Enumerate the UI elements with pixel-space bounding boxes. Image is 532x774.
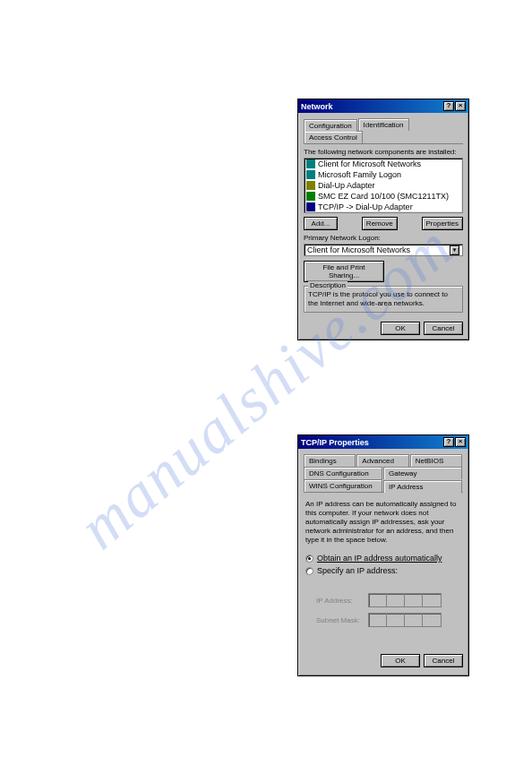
primary-logon-label: Primary Network Logon:: [304, 234, 463, 242]
svg-rect-2: [306, 181, 315, 190]
list-item[interactable]: SMC EZ Card 10/100 (SMC1211TX): [305, 191, 462, 202]
list-item[interactable]: Microsoft Family Logon: [305, 169, 462, 180]
help-text: An IP address can be automatically assig…: [305, 500, 461, 545]
description-text: TCP/IP is the protocol you use to connec…: [308, 290, 459, 308]
tab-configuration[interactable]: Configuration: [304, 119, 357, 132]
protocol-icon: [306, 202, 315, 211]
close-icon[interactable]: ×: [455, 101, 466, 111]
add-button[interactable]: Add...: [304, 217, 338, 230]
remove-button[interactable]: Remove: [362, 217, 398, 230]
tab-identification[interactable]: Identification: [358, 118, 409, 131]
list-item[interactable]: TCP/IP -> SMC EZ Card 10/100 (SMC1211TX): [305, 212, 462, 213]
tab-bindings[interactable]: Bindings: [304, 454, 356, 467]
adapter-icon: [306, 192, 315, 201]
ip-address-input: [368, 593, 442, 607]
svg-rect-4: [306, 202, 315, 211]
tab-strip: Bindings Advanced NetBIOS DNS Configurat…: [304, 454, 463, 496]
tab-strip: Configuration Identification Access Cont…: [304, 118, 463, 144]
help-icon[interactable]: ?: [443, 437, 454, 447]
cancel-button[interactable]: Cancel: [424, 322, 463, 335]
list-item[interactable]: Dial-Up Adapter: [305, 180, 462, 191]
tab-dns[interactable]: DNS Configuration: [304, 467, 382, 479]
titlebar: TCP/IP Properties ? ×: [298, 435, 468, 449]
network-dialog: Network ? × Configuration Identification…: [297, 99, 469, 340]
tcpip-properties-dialog: TCP/IP Properties ? × Bindings Advanced …: [297, 434, 469, 676]
close-icon[interactable]: ×: [455, 437, 466, 447]
radio-specify[interactable]: Specify an IP address:: [305, 566, 461, 575]
dialog-title: Network: [301, 102, 333, 111]
dialog-title: TCP/IP Properties: [301, 438, 369, 447]
primary-logon-dropdown[interactable]: Client for Microsoft Networks ▼: [304, 244, 463, 256]
tab-access-control[interactable]: Access Control: [304, 131, 363, 143]
ip-fields-group: IP Address: Subnet Mask:: [311, 580, 456, 640]
ok-button[interactable]: OK: [381, 654, 420, 667]
components-listbox[interactable]: Client for Microsoft Networks Microsoft …: [304, 158, 463, 213]
ok-button[interactable]: OK: [381, 322, 420, 335]
tab-ip-address[interactable]: IP Address: [383, 480, 462, 493]
adapter-icon: [306, 181, 315, 190]
radio-icon: [305, 567, 313, 575]
list-item[interactable]: TCP/IP -> Dial-Up Adapter: [305, 202, 462, 212]
components-label: The following network components are ins…: [304, 148, 463, 156]
svg-rect-3: [306, 192, 315, 201]
client-icon: [306, 159, 315, 168]
tab-wins[interactable]: WINS Configuration: [304, 479, 382, 492]
radio-icon: [305, 555, 313, 563]
chevron-down-icon: ▼: [450, 245, 459, 255]
ip-address-label: IP Address:: [316, 597, 361, 605]
list-item[interactable]: Client for Microsoft Networks: [305, 159, 462, 169]
svg-rect-1: [306, 170, 315, 179]
description-group: Description TCP/IP is the protocol you u…: [304, 286, 463, 313]
titlebar: Network ? ×: [298, 99, 468, 113]
subnet-mask-input: [368, 613, 442, 627]
subnet-mask-label: Subnet Mask:: [316, 616, 361, 624]
file-print-sharing-button[interactable]: File and Print Sharing...: [304, 261, 384, 282]
help-icon[interactable]: ?: [443, 101, 454, 111]
tab-netbios[interactable]: NetBIOS: [410, 454, 462, 467]
group-title: Description: [308, 281, 348, 289]
tab-advanced[interactable]: Advanced: [356, 454, 408, 467]
radio-obtain-auto[interactable]: Obtain an IP address automatically: [305, 554, 461, 563]
cancel-button[interactable]: Cancel: [424, 654, 463, 667]
tab-gateway[interactable]: Gateway: [383, 467, 462, 479]
properties-button[interactable]: Properties: [422, 217, 463, 230]
client-icon: [306, 170, 315, 179]
svg-rect-0: [306, 159, 315, 168]
